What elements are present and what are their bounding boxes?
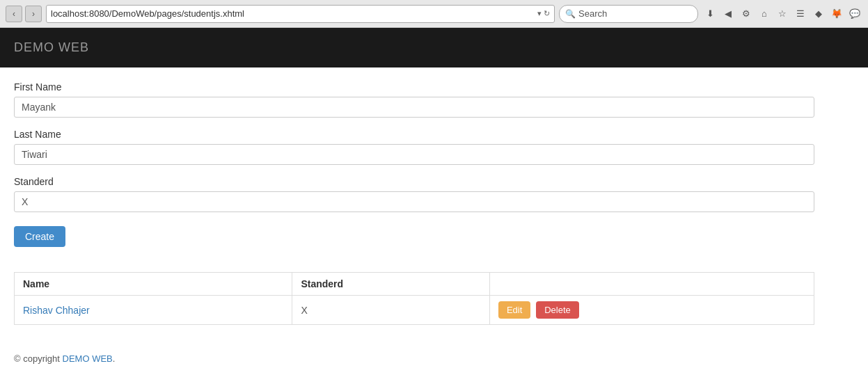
form-area: First Name Last Name Standerd Create <box>0 67 868 261</box>
back-button[interactable]: ‹ <box>6 6 22 22</box>
address-bar[interactable]: localhost:8080/DemoWeb/pages/studentjs.x… <box>46 5 555 23</box>
tools-icon[interactable]: ⚙ <box>739 6 754 22</box>
bookmark-send-icon[interactable]: ◀ <box>720 6 736 22</box>
reader-icon[interactable]: ☰ <box>793 6 808 22</box>
action-cell: Edit Delete <box>489 296 814 325</box>
student-standard-cell: X <box>292 296 490 325</box>
site-footer: © copyright DEMO WEB. <box>0 339 868 375</box>
dropdown-icon: ▾ <box>537 9 542 18</box>
footer-text: © copyright DEMO WEB. <box>14 353 115 364</box>
search-text: Search <box>578 8 607 19</box>
pocket-icon[interactable]: ◆ <box>811 6 826 22</box>
delete-button[interactable]: Delete <box>536 301 579 319</box>
col-header-standard: Standerd <box>292 273 490 296</box>
data-table-container: Name Standerd Rishav Chhajer X Edit Dele… <box>14 272 854 325</box>
col-header-name: Name <box>15 273 292 296</box>
last-name-group: Last Name <box>14 129 854 165</box>
table-row: Rishav Chhajer X Edit Delete <box>15 296 814 325</box>
address-text: localhost:8080/DemoWeb/pages/studentjs.x… <box>51 8 535 19</box>
site-header: DEMO WEB <box>0 28 868 67</box>
browser-toolbar-icons: ⬇ ◀ ⚙ ⌂ ☆ ☰ ◆ 🦊 💬 <box>702 6 862 22</box>
forward-button[interactable]: › <box>25 6 42 22</box>
address-bar-icons: ▾ ↻ <box>537 9 550 18</box>
student-name-cell: Rishav Chhajer <box>15 296 292 325</box>
standard-input[interactable] <box>14 191 814 212</box>
create-button[interactable]: Create <box>14 226 65 247</box>
col-header-actions <box>489 273 814 296</box>
last-name-label: Last Name <box>14 129 854 140</box>
search-icon: 🔍 <box>565 9 576 19</box>
first-name-label: First Name <box>14 81 854 93</box>
first-name-input[interactable] <box>14 97 814 118</box>
browser-chrome: ‹ › localhost:8080/DemoWeb/pages/student… <box>0 0 868 28</box>
star-icon[interactable]: ☆ <box>775 6 790 22</box>
chat-icon[interactable]: 💬 <box>847 6 862 22</box>
first-name-group: First Name <box>14 81 854 118</box>
standard-label: Standerd <box>14 176 854 187</box>
page-content: DEMO WEB First Name Last Name Standerd C… <box>0 28 868 375</box>
site-title: DEMO WEB <box>14 40 89 54</box>
refresh-icon[interactable]: ↻ <box>544 9 550 18</box>
standard-group: Standerd <box>14 176 854 212</box>
last-name-input[interactable] <box>14 144 814 165</box>
firefox-icon[interactable]: 🦊 <box>829 6 844 22</box>
footer-link: DEMO WEB <box>63 353 113 364</box>
nav-buttons: ‹ › <box>6 6 42 22</box>
home-icon[interactable]: ⌂ <box>757 6 772 22</box>
search-bar[interactable]: 🔍 Search <box>559 5 698 23</box>
edit-button[interactable]: Edit <box>498 301 530 319</box>
table-header-row: Name Standerd <box>15 273 814 296</box>
download-icon[interactable]: ⬇ <box>702 6 718 22</box>
students-table: Name Standerd Rishav Chhajer X Edit Dele… <box>14 272 814 325</box>
